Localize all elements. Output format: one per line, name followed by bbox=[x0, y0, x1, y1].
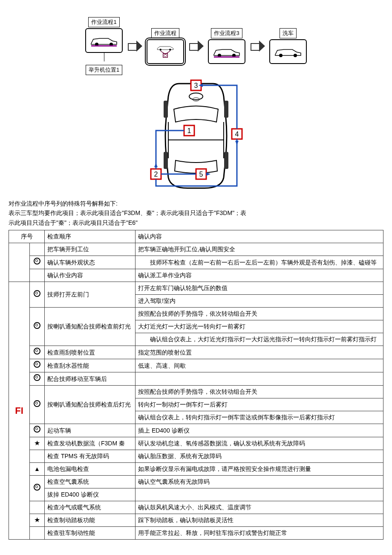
circle-icon bbox=[34, 374, 40, 381]
check-cell: 电池包漏电检查 bbox=[45, 463, 135, 476]
check-cell: 把车辆开到工位 bbox=[45, 243, 135, 256]
check-cell: 检查空气囊系统 bbox=[45, 476, 135, 488]
intro-text: 对作业流程中序号列的特殊符号解释如下: 表示三车型均要作此项目；表示此项目适合"… bbox=[9, 199, 383, 227]
car-top-diagram: 1 2 3 4 5 bbox=[60, 79, 332, 190]
svg-rect-15 bbox=[224, 152, 228, 169]
table-row: 按喇叭通知配合技师检查前灯光按照配合技师的手势指导，依次转动组合开关 bbox=[9, 308, 383, 320]
symbol-cell: ★ bbox=[30, 437, 45, 450]
table-row: 检查空气囊系统确认空气囊系统有无故障码 bbox=[9, 476, 383, 488]
confirm-cell: 确认组合仪表上，大灯近光灯指示灯一大灯远光指示灯一转向灯指示灯一前雾灯指示灯 bbox=[135, 333, 383, 346]
svg-rect-14 bbox=[164, 152, 168, 169]
table-row: ★检查发动机数据流（F3DM 秦研认发动机怠速、氧传感器数据流，确认发动机系统有… bbox=[9, 437, 383, 450]
confirm-cell: 确认空气囊系统有无故障码 bbox=[135, 476, 383, 488]
confirm-cell: 把车辆正确地开到工位,确认周围安全 bbox=[135, 243, 383, 256]
table-header-row: 序号 检查顺序 确认内容 bbox=[9, 230, 383, 243]
table-row: 把车辆开到工位把车辆正确地开到工位,确认周围安全 bbox=[9, 243, 383, 256]
car-icon bbox=[273, 45, 303, 58]
svg-marker-32 bbox=[154, 163, 158, 167]
check-cell: 起动车辆 bbox=[45, 424, 135, 437]
symbol-cell bbox=[30, 372, 45, 386]
svg-point-3 bbox=[160, 49, 162, 51]
check-cell: 检查发动机数据流（F3DM 秦 bbox=[45, 437, 135, 450]
check-cell: 检查制动踏板功能 bbox=[45, 514, 135, 527]
confirm-cell: 打开左前车门确认轮胎气压的数值 bbox=[135, 282, 383, 295]
circle-icon bbox=[34, 426, 40, 433]
lift-position-label: 举升机位置1 bbox=[86, 65, 122, 75]
svg-text:2: 2 bbox=[154, 171, 158, 178]
col-check-header: 检查顺序 bbox=[45, 230, 135, 243]
symbol-cell bbox=[30, 450, 45, 463]
car-icon bbox=[212, 45, 242, 58]
confirm-cell bbox=[135, 488, 383, 501]
table-row: 起动车辆插上 ED400 诊断仪 bbox=[9, 424, 383, 437]
confirm-cell: 进入驾取!室内 bbox=[135, 295, 383, 308]
stage-2: 作业流程 bbox=[147, 28, 184, 64]
confirm-cell: 确认鼓风机风速大小、出风模式、温度调节 bbox=[135, 501, 383, 514]
confirm-cell: 研认发动机怠速、氧传感器数据流，确认发动机系统有无故障码 bbox=[135, 437, 383, 450]
confirm-cell: 踩下制动踏板，确认制动踏板灵活性 bbox=[135, 514, 383, 527]
check-cell: 确认作业内容 bbox=[45, 269, 135, 282]
confirm-cell: 按照配合技师的手势指导，依次转动组合开关 bbox=[135, 386, 383, 398]
svg-point-19 bbox=[189, 93, 203, 100]
svg-rect-13 bbox=[224, 101, 228, 118]
symbol-cell bbox=[30, 256, 45, 269]
symbol-cell: ★ bbox=[30, 514, 45, 527]
table-row: ▲电池包漏电检查如果诊断仪显示有漏电或故障，请严格按照安全操作规范进行测量 bbox=[9, 463, 383, 476]
symbol-cell bbox=[30, 359, 45, 372]
stage-2-label: 作业流程 bbox=[151, 28, 179, 38]
symbol-cell bbox=[30, 346, 45, 359]
confirm-cell: 确认组合仪表上，转向灯指示灯一倒车雷达或倒车影像指示一后雾灯指示灯 bbox=[135, 411, 383, 424]
check-cell: 检查 TPMS 有无故障码 bbox=[45, 450, 135, 463]
circle-icon bbox=[34, 484, 40, 491]
car-icon bbox=[89, 34, 119, 47]
stage-1-label: 作业流程1 bbox=[88, 17, 119, 27]
svg-text:3: 3 bbox=[194, 82, 198, 89]
svg-point-4 bbox=[169, 49, 171, 51]
check-cell: 检查冷气或暖气系统 bbox=[45, 501, 135, 514]
table-row: 拔掉 ED400 诊断仪 bbox=[9, 488, 383, 501]
confirm-cell: 确认派工单作业内容 bbox=[135, 269, 383, 282]
confirm-cell bbox=[135, 372, 383, 386]
table-row: 按喇叭通知配合技师检查后灯光按照配合技师的手势指导，依次转动组合开关 bbox=[9, 386, 383, 398]
intro-line: 表示三车型均要作此项目；表示此项目适合"F3DM、秦"；表示此项目只适合于"F3… bbox=[9, 208, 383, 218]
seq-cell: FI bbox=[9, 282, 30, 540]
triangle-icon: ▲ bbox=[34, 466, 40, 472]
svg-point-11 bbox=[294, 54, 297, 57]
symbol-cell bbox=[30, 476, 45, 501]
check-cell: 按喇叭通知配合技师检查后灯光 bbox=[45, 386, 135, 424]
stage-4-frame bbox=[269, 39, 307, 64]
table-row: 检查 TPMS 有无故障码确认胎压数据、系统有无故障码 bbox=[9, 450, 383, 463]
flow-stages: 作业流程1 举升机位置1 作业流程 作业流程3 洗车 bbox=[60, 17, 332, 75]
svg-rect-2 bbox=[91, 45, 117, 46]
circle-icon bbox=[34, 348, 40, 355]
check-cell: 技师打开左前门 bbox=[45, 282, 135, 308]
stage-3: 作业流程3 bbox=[208, 28, 245, 64]
check-cell: 按喇叭通知配合技师检查前灯光 bbox=[45, 308, 135, 346]
symbol-cell bbox=[30, 243, 45, 256]
circle-icon bbox=[34, 290, 40, 297]
car-top-svg: 1 2 3 4 5 bbox=[128, 79, 264, 190]
intro-line: 示此项目只适合于"秦"；表示此项目只适合于"E6" bbox=[9, 218, 383, 227]
check-cell: 配合技师移动至车辆后 bbox=[45, 372, 135, 386]
check-cell: 检查驻车制动性能 bbox=[45, 527, 135, 540]
confirm-cell: 大灯近光灯一大灯远光一转向灯一前雾灯 bbox=[135, 320, 383, 333]
table-row: FI技师打开左前门打开左前车门确认轮胎气压的数值 bbox=[9, 282, 383, 295]
circle-icon bbox=[34, 361, 40, 368]
confirm-cell: 低速、高速、间歇 bbox=[135, 359, 383, 372]
svg-rect-9 bbox=[214, 56, 239, 58]
svg-rect-12 bbox=[164, 101, 168, 118]
table-row: ★检查制动踏板功能踩下制动踏板，确认制动踏板灵活性 bbox=[9, 514, 383, 527]
col-seq-header: 序号 bbox=[9, 230, 45, 243]
confirm-cell: 指定范围的喷射位置 bbox=[135, 346, 383, 359]
star-icon: ★ bbox=[34, 517, 40, 523]
table-row: 检查驻车制动性能用手能正常拉起、释放，同时驻车指示灯或警告灯能正常 bbox=[9, 527, 383, 540]
stage-3-label: 作业流程3 bbox=[211, 28, 242, 38]
arrow-icon bbox=[126, 40, 143, 52]
table-row: 枪查刮水器性能低速、高速、间歇 bbox=[9, 359, 383, 372]
symbol-cell bbox=[30, 424, 45, 437]
table-row: 确认车辆外观状态 技师环车检查（左前一右前一右后一左后一左前）车辆外观是否有划伤… bbox=[9, 256, 383, 269]
circle-icon bbox=[34, 322, 40, 329]
symbol-cell bbox=[30, 501, 45, 514]
svg-text:1: 1 bbox=[187, 127, 191, 134]
table-row: 检查雨刮喷射位置指定范围的喷射位置 bbox=[9, 346, 383, 359]
